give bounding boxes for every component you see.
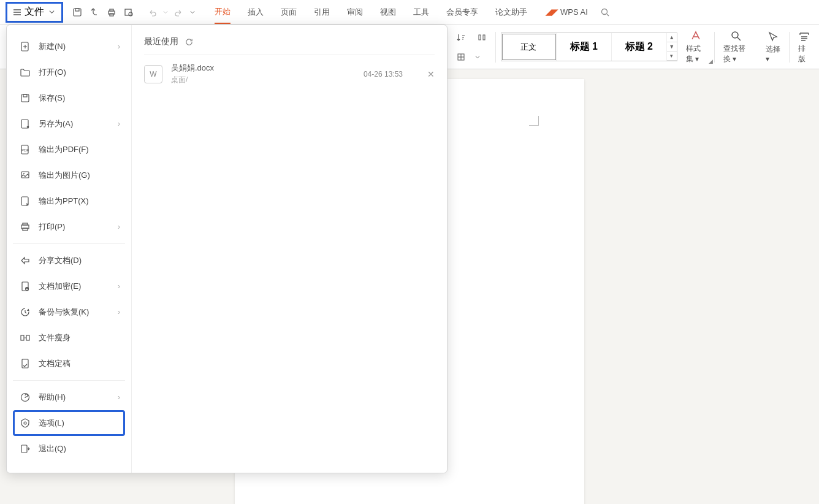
menu-item-label: 另存为(A) bbox=[39, 118, 73, 129]
svg-rect-1 bbox=[75, 9, 79, 11]
style-expand[interactable]: ▾ bbox=[667, 52, 677, 61]
find-replace-button[interactable]: 查找替换 ▾ bbox=[715, 29, 757, 66]
menu-item-label: 文档定稿 bbox=[39, 358, 70, 369]
select-button[interactable]: 选择 ▾ bbox=[757, 29, 789, 66]
tab-tools[interactable]: 工具 bbox=[413, 0, 429, 24]
tab-thesis[interactable]: 论文助手 bbox=[495, 0, 527, 24]
file-menu-item-9[interactable]: 分享文档(D) bbox=[13, 248, 125, 273]
tab-start[interactable]: 开始 bbox=[215, 0, 230, 24]
search-icon bbox=[730, 30, 742, 42]
svg-rect-26 bbox=[26, 288, 28, 289]
menu-separator bbox=[13, 380, 125, 381]
menu-separator bbox=[13, 243, 125, 244]
tab-page[interactable]: 页面 bbox=[281, 0, 297, 24]
ribbon-tabs: 开始 插入 页面 引用 审阅 视图 工具 会员专享 论文助手 bbox=[215, 0, 527, 24]
svg-point-19 bbox=[23, 173, 25, 174]
menu-item-icon bbox=[19, 254, 31, 267]
svg-rect-27 bbox=[21, 335, 24, 340]
menu-item-label: 文档加密(E) bbox=[39, 281, 81, 292]
file-menu-item-15[interactable]: 帮助(H)› bbox=[13, 384, 125, 410]
close-icon[interactable]: ✕ bbox=[427, 69, 435, 79]
menu-item-label: 输出为PDF(F) bbox=[39, 144, 89, 155]
tab-member[interactable]: 会员专享 bbox=[446, 0, 478, 24]
cursor-icon bbox=[767, 31, 779, 43]
chevron-right-icon: › bbox=[118, 393, 120, 402]
file-menu-item-6[interactable]: 输出为PPT(X) bbox=[13, 188, 125, 214]
style-scroll-up[interactable]: ▲ bbox=[667, 33, 677, 42]
file-menu-label: 文件 bbox=[25, 6, 44, 18]
menu-item-label: 分享文档(D) bbox=[39, 255, 82, 266]
menu-item-icon bbox=[19, 169, 31, 181]
menu-item-icon bbox=[19, 357, 31, 370]
svg-rect-8 bbox=[479, 35, 481, 40]
redo-dropdown[interactable] bbox=[189, 5, 196, 20]
tab-insert[interactable]: 插入 bbox=[248, 0, 264, 24]
table-dropdown[interactable] bbox=[474, 50, 481, 64]
save-button[interactable] bbox=[70, 5, 85, 20]
layout-icon bbox=[798, 30, 810, 42]
tab-view[interactable]: 视图 bbox=[380, 0, 396, 24]
layout-button[interactable]: 排版 bbox=[790, 29, 819, 66]
recent-file-name: 吴娟娟.docx bbox=[171, 63, 364, 74]
margin-indicator bbox=[529, 116, 539, 126]
spacing-button[interactable] bbox=[474, 30, 489, 45]
svg-text:PDF: PDF bbox=[21, 148, 29, 152]
style-heading2[interactable]: 标题 2 bbox=[612, 33, 667, 61]
corner-launcher-icon[interactable]: ◢ bbox=[709, 58, 713, 64]
style-set-button[interactable]: 样式集 ▾ ◢ bbox=[677, 29, 715, 66]
file-menu-item-11[interactable]: 备份与恢复(K)› bbox=[13, 299, 125, 325]
file-menu-item-17[interactable]: 退出(Q) bbox=[13, 436, 125, 462]
chevron-right-icon: › bbox=[118, 223, 120, 231]
styleset-icon bbox=[690, 30, 702, 42]
select-label: 选择 ▾ bbox=[766, 44, 780, 63]
svg-rect-32 bbox=[21, 445, 27, 452]
file-menu-item-3[interactable]: 另存为(A)› bbox=[13, 111, 125, 137]
menu-item-icon bbox=[19, 221, 31, 233]
search-button[interactable] bbox=[598, 5, 612, 20]
file-menu-item-0[interactable]: 新建(N)› bbox=[13, 34, 125, 59]
file-menu-item-5[interactable]: 输出为图片(G) bbox=[13, 162, 125, 188]
menu-item-icon bbox=[19, 40, 31, 53]
recent-panel: 最近使用 W吴娟娟.docx桌面/04-26 13:53✕ bbox=[132, 25, 447, 473]
print-preview-button[interactable] bbox=[121, 5, 136, 20]
menu-item-icon bbox=[19, 195, 31, 207]
wps-ai-button[interactable]: ◢◤ WPS AI bbox=[546, 7, 588, 17]
file-menu-button[interactable]: 文件 bbox=[7, 4, 61, 21]
undo-button[interactable] bbox=[145, 5, 159, 20]
file-menu-item-13[interactable]: 文档定稿 bbox=[13, 351, 125, 376]
file-menu-item-16[interactable]: 选项(L) bbox=[13, 410, 125, 436]
style-heading1[interactable]: 标题 1 bbox=[557, 33, 612, 61]
table-button[interactable] bbox=[454, 50, 468, 64]
menu-item-label: 备份与恢复(K) bbox=[39, 307, 89, 318]
recent-file-item[interactable]: W吴娟娟.docx桌面/04-26 13:53✕ bbox=[144, 55, 435, 93]
file-menu-item-12[interactable]: 文件瘦身 bbox=[13, 325, 125, 351]
chevron-right-icon: › bbox=[118, 308, 120, 316]
share-button[interactable] bbox=[87, 5, 102, 20]
undo-dropdown[interactable] bbox=[162, 5, 169, 20]
tab-review[interactable]: 审阅 bbox=[347, 0, 363, 24]
print-button[interactable] bbox=[104, 5, 119, 20]
refresh-icon[interactable] bbox=[185, 37, 194, 47]
recent-title: 最近使用 bbox=[144, 36, 178, 47]
svg-rect-28 bbox=[26, 335, 29, 340]
menu-item-icon bbox=[19, 280, 31, 292]
menu-item-icon: PDF bbox=[19, 143, 31, 156]
svg-rect-29 bbox=[22, 359, 28, 368]
menu-item-icon bbox=[19, 92, 31, 104]
file-menu-list: 新建(N)›打开(O)保存(S)另存为(A)›PDF输出为PDF(F)输出为图片… bbox=[7, 25, 132, 473]
menu-item-label: 保存(S) bbox=[39, 93, 65, 104]
redo-button[interactable] bbox=[172, 5, 186, 20]
file-menu-item-2[interactable]: 保存(S) bbox=[13, 85, 125, 111]
style-scroll-down[interactable]: ▼ bbox=[667, 42, 677, 52]
file-menu-item-10[interactable]: 文档加密(E)› bbox=[13, 273, 125, 299]
chevron-right-icon: › bbox=[118, 42, 120, 51]
menu-item-icon bbox=[19, 118, 31, 130]
sort-button[interactable] bbox=[454, 30, 468, 45]
svg-rect-24 bbox=[22, 282, 28, 291]
file-menu-item-7[interactable]: 打印(P)› bbox=[13, 214, 125, 240]
document-icon: W bbox=[144, 65, 162, 83]
file-menu-item-4[interactable]: PDF输出为PDF(F) bbox=[13, 137, 125, 162]
style-normal[interactable]: 正文 bbox=[501, 33, 557, 61]
tab-reference[interactable]: 引用 bbox=[314, 0, 330, 24]
file-menu-item-1[interactable]: 打开(O) bbox=[13, 59, 125, 85]
